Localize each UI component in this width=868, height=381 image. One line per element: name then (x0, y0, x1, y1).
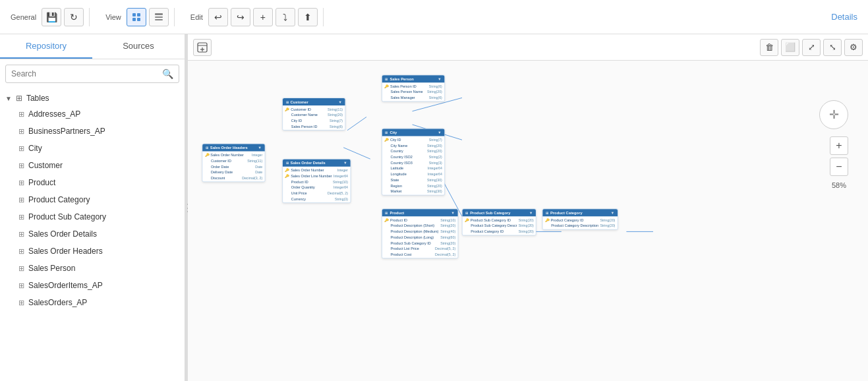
tables-group-icon: ⊞ (16, 94, 22, 103)
sidebar-item-addresses_ap[interactable]: ⊞Addresses_AP (0, 105, 185, 123)
expand-icon[interactable]: ▼ (610, 211, 614, 215)
table-card-product_category[interactable]: ⊞ Product Category ▼ 🔑 Product Category … (542, 209, 618, 230)
view-section: View (100, 8, 175, 26)
table-header-city[interactable]: ⊞ City ▼ (382, 129, 445, 136)
table-card-sales_order_details[interactable]: ⊞ Sales Order Details ▼ 🔑 Sales Order Nu… (282, 159, 351, 203)
field-name: Product List Price (391, 247, 434, 250)
expand-icon[interactable]: ▼ (258, 146, 262, 150)
zoom-out-button[interactable]: − (830, 158, 848, 176)
table-header-sales_order_details[interactable]: ⊞ Sales Order Details ▼ (283, 160, 351, 167)
db-field: Product Category Description String(20) (542, 223, 617, 229)
undo-button[interactable]: ↩ (208, 8, 228, 26)
table-header-sales_order_headers[interactable]: ⊞ Sales Order Headers ▼ (202, 144, 265, 152)
field-name: Country (391, 149, 426, 153)
add-table-button[interactable] (193, 39, 212, 56)
key-icon: 🔑 (545, 218, 549, 222)
tables-header[interactable]: ▼ ⊞ Tables (0, 91, 185, 105)
sidebar-item-sales-order-details[interactable]: ⊞Sales Order Details (0, 225, 185, 243)
field-name: Sales Person Name (391, 90, 426, 94)
field-type: Date (255, 170, 262, 174)
table-card-city[interactable]: ⊞ City ▼ 🔑 City ID String(7) City Name S… (382, 129, 445, 196)
field-type: String(60) (440, 235, 455, 239)
tab-sources[interactable]: Sources (92, 34, 185, 59)
table-title: Sales Order Headers (210, 146, 248, 150)
diagram-view-button[interactable] (127, 8, 146, 26)
table-header-product_category[interactable]: ⊞ Product Category ▼ (542, 209, 617, 216)
db-field: Sales Person Name String(20) (382, 89, 445, 95)
sidebar-item-salesorderitems_ap[interactable]: ⊞SalesOrderItems_AP (0, 277, 185, 294)
field-type: String(20) (440, 224, 455, 228)
settings-button[interactable]: ⚙ (844, 39, 863, 56)
expand-icon[interactable]: ▼ (529, 211, 533, 215)
table-grid-icon: ⊞ (18, 179, 24, 187)
field-type: String(11) (328, 107, 343, 111)
field-type: String(20) (427, 149, 442, 153)
insert-button[interactable]: ⤵ (275, 8, 295, 26)
sidebar-item-product-category[interactable]: ⊞Product Category (0, 191, 185, 208)
expand-icon[interactable]: ▼ (338, 100, 342, 103)
table-header-customer[interactable]: ⊞ Customer ▼ (283, 98, 345, 105)
zoom-out-canvas-button[interactable]: ⤡ (823, 39, 842, 56)
db-field: 🔑 Sales Order Line Number Integer64 (283, 173, 351, 179)
table-title: City (390, 131, 397, 134)
search-box: 🔍 (5, 65, 179, 83)
table-card-sales_order_headers[interactable]: ⊞ Sales Order Headers ▼ 🔑 Sales Order Nu… (202, 144, 266, 182)
field-type: String(2) (429, 155, 442, 159)
table-header-product_sub_category[interactable]: ⊞ Product Sub Category ▼ (463, 209, 536, 216)
table-card-product[interactable]: ⊞ Product ▼ 🔑 Product ID String(10) Prod… (382, 209, 458, 258)
expand-icon[interactable]: ▼ (438, 77, 442, 81)
table-view-button[interactable] (149, 8, 169, 26)
sidebar-item-businesspartners_ap[interactable]: ⊞BusinessPartners_AP (0, 123, 185, 140)
save-button[interactable]: 💾 (42, 8, 61, 26)
field-name: Customer Name (291, 113, 326, 117)
field-type: String(10) (333, 180, 348, 184)
field-type: String(11) (247, 159, 262, 163)
sidebar-item-city[interactable]: ⊞City (0, 140, 185, 157)
details-button[interactable]: Details (831, 12, 857, 22)
svg-rect-0 (132, 13, 136, 16)
fit-view-button[interactable]: ⬜ (781, 39, 799, 56)
sidebar-item-sales-order-headers[interactable]: ⊞Sales Order Headers (0, 243, 185, 260)
zoom-in-canvas-button[interactable]: ⤢ (802, 39, 821, 56)
expand-icon[interactable]: ▼ (343, 161, 347, 165)
export-button[interactable]: ⬆ (298, 8, 318, 26)
table-type-icon: ⊞ (546, 211, 549, 215)
search-input[interactable] (6, 65, 157, 82)
canvas-diagram[interactable]: ⊞ Sales Order Headers ▼ 🔑 Sales Order Nu… (188, 61, 868, 381)
sidebar: Repository Sources 🔍 ▼ ⊞ Tables ⊞Address… (0, 34, 185, 381)
redo-button[interactable]: ↪ (231, 8, 250, 26)
table-card-customer[interactable]: ⊞ Customer ▼ 🔑 Customer ID String(11) Cu… (282, 98, 345, 130)
db-field: Order Quantity Integer64 (283, 185, 351, 190)
table-header-product[interactable]: ⊞ Product ▼ (382, 209, 458, 216)
table-grid-icon: ⊞ (18, 299, 24, 307)
add-button[interactable]: + (253, 8, 273, 26)
main-toolbar: General 💾 ↻ View Edit ↩ ↪ + ⤵ ⬆ Details (0, 0, 868, 34)
sidebar-item-customer[interactable]: ⊞Customer (0, 157, 185, 174)
expand-icon[interactable]: ▼ (438, 131, 442, 134)
table-card-sales_person[interactable]: ⊞ Sales Person ▼ 🔑 Sales Person ID Strin… (382, 75, 445, 102)
db-field: Country ISO2 String(2) (382, 154, 445, 160)
sidebar-item-product-sub-category[interactable]: ⊞Product Sub Category (0, 208, 185, 225)
table-title: Sales Person (390, 77, 413, 81)
field-name: Customer ID (291, 107, 326, 111)
field-type: Decimal(5, 2) (328, 191, 348, 195)
sidebar-item-sales-person[interactable]: ⊞Sales Person (0, 260, 185, 277)
tab-repository[interactable]: Repository (0, 34, 92, 59)
db-field: 🔑 Product ID String(10) (382, 217, 458, 223)
field-type: String(40) (440, 229, 455, 233)
db-field: City Name String(20) (382, 142, 445, 148)
table-card-product_sub_category[interactable]: ⊞ Product Sub Category ▼ 🔑 Product Sub C… (462, 209, 536, 236)
field-type: String(7) (330, 119, 343, 123)
delete-button[interactable]: 🗑 (760, 39, 778, 56)
nav-compass[interactable]: ✛ (819, 100, 848, 129)
search-icon[interactable]: 🔍 (157, 66, 179, 82)
main-layout: Repository Sources 🔍 ▼ ⊞ Tables ⊞Address… (0, 34, 868, 381)
db-field: City ID String(7) (283, 118, 345, 124)
field-type: String(6) (429, 84, 442, 88)
sidebar-item-salesorders_ap[interactable]: ⊞SalesOrders_AP (0, 294, 185, 311)
sidebar-item-product[interactable]: ⊞Product (0, 174, 185, 191)
refresh-button[interactable]: ↻ (64, 8, 84, 26)
table-header-sales_person[interactable]: ⊞ Sales Person ▼ (382, 75, 445, 82)
expand-icon[interactable]: ▼ (451, 211, 455, 215)
zoom-in-button[interactable]: + (830, 136, 848, 155)
